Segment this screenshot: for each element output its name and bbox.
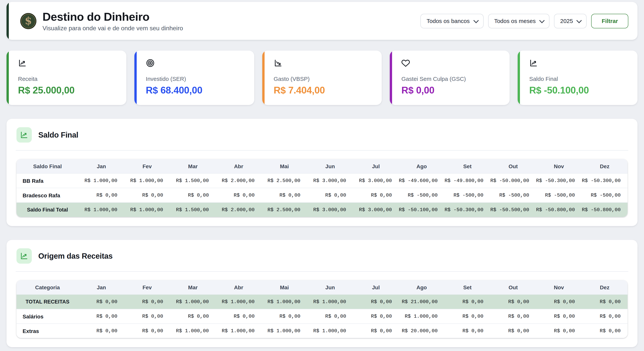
dollar-logo-icon: $ xyxy=(25,15,32,26)
cell-value: R$ 0,00 xyxy=(444,323,490,338)
cell-value: R$ -50.300,00 xyxy=(582,173,628,188)
origem-receitas-table: Categoria JanFevMarAbrMaiJunJulAgoSetOut… xyxy=(16,280,628,338)
cell-value: R$ 0,00 xyxy=(490,294,536,309)
bank-filter-value: Todos os bancos xyxy=(426,18,470,24)
section-title: Origem das Receitas xyxy=(38,252,112,260)
cell-value: R$ -500,00 xyxy=(582,188,628,202)
month-header: Dez xyxy=(582,159,628,173)
trending-up-icon xyxy=(18,59,27,68)
cell-value: R$ -50.300,00 xyxy=(536,173,582,188)
chart-line-icon xyxy=(16,127,32,143)
month-header: Jul xyxy=(353,280,399,294)
month-header: Jun xyxy=(307,159,353,173)
cell-value: R$ -50.100,00 xyxy=(399,202,444,217)
cell-value: R$ 0,00 xyxy=(490,323,536,338)
stat-card-gasto: Gasto (VBSP) R$ 7.404,00 xyxy=(262,51,382,105)
month-header: Nov xyxy=(536,159,582,173)
stat-value: R$ 0,00 xyxy=(402,85,500,96)
trending-up-icon xyxy=(529,59,538,68)
cell-value: R$ 1.000,00 xyxy=(307,294,353,309)
year-filter-select[interactable]: 2025 xyxy=(554,14,587,28)
bank-filter-select[interactable]: Todos os bancos xyxy=(420,14,484,28)
cell-value: R$ 1.000,00 xyxy=(78,173,124,188)
heart-icon xyxy=(402,59,410,68)
cell-value: R$ 0,00 xyxy=(353,309,399,323)
cell-value: R$ 0,00 xyxy=(216,309,262,323)
chevron-down-icon xyxy=(539,18,545,23)
chart-line-icon xyxy=(16,248,32,264)
filtrar-button[interactable]: Filtrar xyxy=(591,14,628,28)
month-header: Jan xyxy=(78,159,124,173)
table-header-row: Saldo Final JanFevMarAbrMaiJunJulAgoSetO… xyxy=(16,159,628,173)
stat-card-saldo-final: Saldo Final R$ -50.100,00 xyxy=(518,51,638,105)
cell-value: R$ 1.000,00 xyxy=(262,294,307,309)
month-header: Ago xyxy=(399,280,444,294)
stat-label: Saldo Final xyxy=(529,76,628,82)
saldo-final-section: Saldo Final Saldo Final JanFevMarAbrMaiJ… xyxy=(6,119,638,226)
page-title: Destino do Dinheiro xyxy=(42,10,183,23)
dashboard-page: $ Destino do Dinheiro Visualize para ond… xyxy=(0,2,644,351)
saldo-final-table: Saldo Final JanFevMarAbrMaiJunJulAgoSetO… xyxy=(16,159,628,217)
cell-value: R$ -49.600,00 xyxy=(399,173,444,188)
month-header: Jul xyxy=(353,159,399,173)
month-header: Out xyxy=(490,280,536,294)
section-title: Saldo Final xyxy=(38,131,78,139)
origem-receitas-section: Origem das Receitas Categoria JanFevMarA… xyxy=(6,240,638,347)
cell-value: R$ 0,00 xyxy=(490,309,536,323)
first-column-header: Categoria xyxy=(16,280,78,294)
cell-value: R$ -500,00 xyxy=(490,188,536,202)
cell-value: R$ 0,00 xyxy=(444,309,490,323)
cell-value: R$ 0,00 xyxy=(78,294,124,309)
cell-value: R$ 1.000,00 xyxy=(124,173,170,188)
cell-value: R$ 1.000,00 xyxy=(170,294,216,309)
month-header: Dez xyxy=(582,280,628,294)
month-header: Mar xyxy=(170,159,216,173)
cell-value: R$ 3.000,00 xyxy=(353,173,399,188)
table-header-row: Categoria JanFevMarAbrMaiJunJulAgoSetOut… xyxy=(16,280,628,294)
cell-value: R$ 0,00 xyxy=(124,188,170,202)
month-filter-value: Todos os meses xyxy=(494,18,536,24)
cell-value: R$ -500,00 xyxy=(444,188,490,202)
month-header: Fev xyxy=(124,280,170,294)
table-row: TOTAL RECEITASR$ 0,00R$ 0,00R$ 1.000,00R… xyxy=(16,294,628,309)
year-filter-value: 2025 xyxy=(560,18,573,24)
cell-value: R$ 1.000,00 xyxy=(124,202,170,217)
cell-value: R$ -50.500,00 xyxy=(490,202,536,217)
cell-value: R$ 1.500,00 xyxy=(170,173,216,188)
cell-value: R$ 0,00 xyxy=(582,309,628,323)
cell-value: R$ 0,00 xyxy=(536,323,582,338)
cell-value: R$ 0,00 xyxy=(262,309,307,323)
cell-value: R$ 0,00 xyxy=(124,309,170,323)
cell-value: R$ -49.800,00 xyxy=(444,173,490,188)
table-row: ExtrasR$ 0,00R$ 0,00R$ 1.000,00R$ 1.000,… xyxy=(16,323,628,338)
cell-value: R$ -500,00 xyxy=(399,188,444,202)
trending-down-icon xyxy=(274,59,282,68)
month-header: Jun xyxy=(307,280,353,294)
cell-value: R$ 1.500,00 xyxy=(170,202,216,217)
month-header: Out xyxy=(490,159,536,173)
cell-value: R$ 0,00 xyxy=(353,323,399,338)
cell-value: R$ 1.000,00 xyxy=(78,202,124,217)
cell-value: R$ 1.000,00 xyxy=(216,323,262,338)
stat-cards-row: Receita R$ 25.000,00 Investido (SER) R$ … xyxy=(6,51,638,105)
row-label: TOTAL RECEITAS xyxy=(16,294,78,309)
stat-card-receita: Receita R$ 25.000,00 xyxy=(6,51,126,105)
cell-value: R$ -50.800,00 xyxy=(582,202,628,217)
cell-value: R$ 1.000,00 xyxy=(399,309,444,323)
month-header: Set xyxy=(444,280,490,294)
divider xyxy=(16,271,628,272)
cell-value: R$ 0,00 xyxy=(582,323,628,338)
cell-value: R$ -50.300,00 xyxy=(444,202,490,217)
row-label: Extras xyxy=(16,323,78,338)
month-header: Jan xyxy=(78,280,124,294)
stat-label: Investido (SER) xyxy=(146,76,245,82)
month-filter-select[interactable]: Todos os meses xyxy=(488,14,550,28)
stat-label: Gastei Sem Culpa (GSC) xyxy=(402,76,500,82)
chevron-down-icon xyxy=(576,18,582,23)
month-header: Set xyxy=(444,159,490,173)
cell-value: R$ -50.000,00 xyxy=(490,173,536,188)
cell-value: R$ 3.000,00 xyxy=(353,202,399,217)
cell-value: R$ 0,00 xyxy=(124,323,170,338)
table-row: BB RafaR$ 1.000,00R$ 1.000,00R$ 1.500,00… xyxy=(16,173,628,188)
cell-value: R$ 0,00 xyxy=(216,188,262,202)
